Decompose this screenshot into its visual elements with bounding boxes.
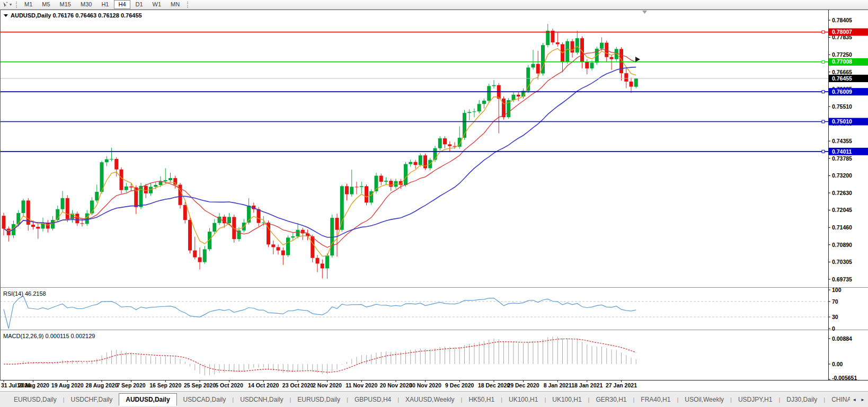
chart-canvas[interactable]: 0.784050.778350.772500.766650.760850.755… <box>0 10 868 391</box>
bull-candle <box>473 111 476 112</box>
timeframe-button-m30[interactable]: M30 <box>76 0 96 9</box>
symbol-tab-uk100-h1[interactable]: UK100,H1 <box>546 394 588 405</box>
bear-candle <box>345 186 349 194</box>
bull-candle <box>110 159 113 160</box>
bull-candle <box>159 181 163 185</box>
bear-candle <box>198 258 202 262</box>
bear-candle <box>81 223 84 224</box>
bear-candle <box>66 198 69 219</box>
symbol-tab-hk50-h1[interactable]: HK50,H1 <box>462 394 501 405</box>
timeframe-button-h1[interactable]: H1 <box>97 0 113 9</box>
bull-candle <box>532 64 535 68</box>
symbol-tab-uk100-h1[interactable]: UK100,H1 <box>502 394 544 405</box>
bull-candle <box>149 187 153 193</box>
bear-candle <box>257 209 261 223</box>
scroll-left-icon[interactable]: ◄ <box>852 397 856 402</box>
bear-candle <box>624 73 628 82</box>
price-tick-label: 0.70890 <box>832 242 852 248</box>
macd-tick-label: 0.00884 <box>832 335 852 342</box>
svg-text:0.76009: 0.76009 <box>832 89 852 95</box>
symbol-tab-dj30-daily[interactable]: DJ30,Daily <box>780 394 823 405</box>
rsi-tick-label: 70 <box>832 298 838 305</box>
bull-candle <box>384 181 388 182</box>
symbol-tab-usdcnh-daily[interactable]: USDCNH,Daily <box>234 394 289 405</box>
toolbar-grip[interactable] <box>16 2 17 8</box>
dropdown-caret-icon[interactable]: ▾ <box>10 2 12 7</box>
bull-candle <box>600 43 604 49</box>
bear-candle <box>379 176 383 182</box>
date-tick-label: 14 Oct 2020 <box>248 382 279 388</box>
bear-candle <box>277 247 280 250</box>
bear-candle <box>389 181 393 187</box>
symbol-tab-fra40-h1[interactable]: FRA40,H1 <box>634 394 677 405</box>
bull-candle <box>360 186 364 187</box>
date-tick-label: 18 Jan 2021 <box>571 382 603 388</box>
bear-candle <box>316 258 320 264</box>
bear-candle <box>551 31 555 42</box>
price-tick-label: 0.77250 <box>832 51 852 58</box>
symbol-tab-usdcad-daily[interactable]: USDCAD,Daily <box>177 394 233 405</box>
timeframe-button-d1[interactable]: D1 <box>131 0 147 9</box>
bear-candle <box>271 244 275 247</box>
date-tick-label: 18 Dec 2020 <box>478 382 510 388</box>
bear-candle <box>31 225 35 227</box>
hline-handle[interactable] <box>822 150 825 153</box>
price-flag-0.76009: 0.76009 <box>829 88 868 95</box>
symbol-tab-audusd-daily[interactable]: AUDUSD,Daily <box>119 393 176 406</box>
bull-candle <box>615 49 618 59</box>
price-tick-label: 0.76665 <box>832 69 852 75</box>
bull-candle <box>61 198 65 209</box>
scroll-right-icon[interactable]: ► <box>861 397 865 402</box>
svg-text:0.78007: 0.78007 <box>832 29 852 35</box>
symbol-tab-eurusd-daily[interactable]: EURUSD,Daily <box>291 394 347 405</box>
hline-handle[interactable] <box>822 31 825 33</box>
symbol-tab-xauusd-weekly[interactable]: XAUUSD,Weekly <box>399 394 460 405</box>
symbol-tab-usoil-weekly[interactable]: USOil,Weekly <box>678 394 730 405</box>
symbol-tab-usdchf-daily[interactable]: USDCHF,Daily <box>65 394 119 405</box>
timeframe-button-m5[interactable]: M5 <box>38 0 54 9</box>
date-tick-label: 2 Nov 2020 <box>313 382 342 388</box>
crosshair-tool-icon[interactable] <box>2 1 9 8</box>
bull-candle <box>409 162 412 164</box>
bull-candle <box>477 104 481 111</box>
symbol-tabs: EURUSD,Daily|USDCHF,DailyAUDUSD,DailyUSD… <box>0 393 852 406</box>
symbol-tab-gbpusd-h4[interactable]: GBPUSD,H4 <box>348 394 397 405</box>
rsi-tick-label: 0 <box>832 325 835 332</box>
timeframe-button-h4[interactable]: H4 <box>114 0 130 9</box>
toolbar-grip[interactable] <box>187 2 188 8</box>
bull-candle <box>51 220 55 228</box>
price-tick-label: 0.72045 <box>832 207 852 213</box>
macd-tick-label: 0.00 <box>832 361 843 367</box>
timeframe-button-w1[interactable]: W1 <box>148 0 166 9</box>
price-flag-0.78007: 0.78007 <box>829 28 868 36</box>
hline-handle[interactable] <box>822 120 825 123</box>
symbol-tab-ger30-h1[interactable]: GER30,H1 <box>589 394 633 405</box>
price-tick-label: 0.69735 <box>832 276 852 282</box>
timeframe-button-m15[interactable]: M15 <box>56 0 75 9</box>
bear-candle <box>355 187 359 187</box>
timeframe-button-mn[interactable]: MN <box>166 0 184 9</box>
symbol-tab-usdjpy-h1[interactable]: USDJPY,H1 <box>732 394 778 405</box>
bull-candle <box>512 95 516 100</box>
chart-title: AUDUSD,Daily 0.76176 0.76463 0.76128 0.7… <box>11 12 142 19</box>
bear-candle <box>75 214 79 223</box>
date-tick-label: 8 Jan 2021 <box>544 382 572 388</box>
bull-candle <box>546 31 550 45</box>
timeframe-button-m1[interactable]: M1 <box>20 0 37 9</box>
svg-text:0.76455: 0.76455 <box>832 75 852 82</box>
hline-handle[interactable] <box>822 60 825 63</box>
symbol-tab-eurusd-daily[interactable]: EURUSD,Daily <box>7 394 63 405</box>
hline-handle[interactable] <box>822 91 825 93</box>
bull-candle <box>105 160 109 163</box>
bull-candle <box>482 101 486 104</box>
price-tick-label: 0.78405 <box>832 17 852 23</box>
date-tick-label: 19 Aug 2020 <box>51 382 84 388</box>
bear-candle <box>585 61 589 68</box>
bull-candle <box>296 230 300 236</box>
bear-candle <box>517 95 520 96</box>
bull-candle <box>438 138 442 148</box>
symbol-tab-china300-h1[interactable]: CHINA300,H1 <box>825 394 852 405</box>
rsi-tick-label: 100 <box>832 287 842 293</box>
bull-candle <box>404 164 408 185</box>
bull-candle <box>125 187 128 190</box>
